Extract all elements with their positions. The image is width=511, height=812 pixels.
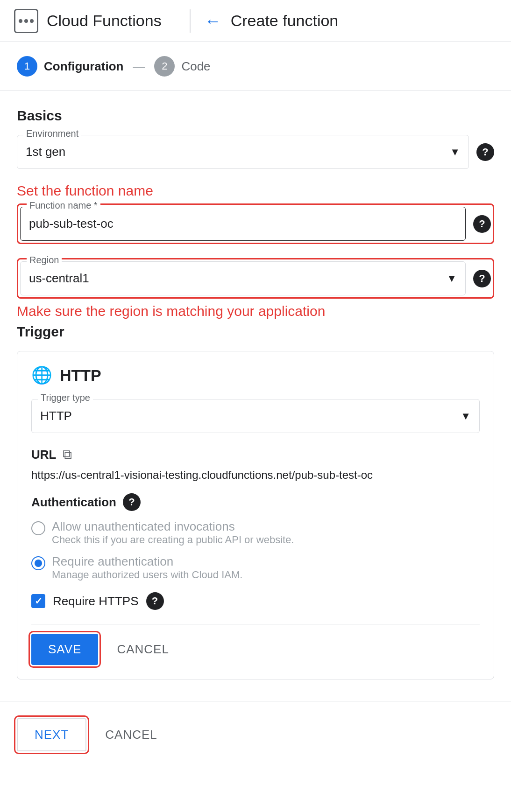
require-https-label: Require HTTPS [53,594,139,609]
step-1-label: Configuration [44,59,123,74]
environment-value: 1st gen [26,145,65,159]
region-select[interactable]: us-central1 ▼ [20,261,466,295]
trigger-type-value: HTTP [40,409,72,423]
radio-option-authenticated[interactable]: Require authentication Manage authorized… [31,554,480,581]
annotation-function-name: Set the function name [17,183,494,199]
basics-section-title: Basics [17,108,494,124]
require-https-checkbox[interactable]: ✓ [31,594,45,608]
region-dropdown-icon: ▼ [447,273,457,285]
page-title: Create function [231,12,339,30]
cancel-bottom-button[interactable]: CANCEL [96,719,166,750]
url-section: URL ⧉ https://us-central1-visionai-testi… [31,447,480,482]
region-row: Region us-central1 ▼ ? [20,261,491,295]
environment-select[interactable]: Environment 1st gen ▼ [17,135,469,169]
function-name-row: Function name * ? [20,207,491,241]
environment-help-icon[interactable]: ? [476,143,494,161]
step-2-circle: 2 [154,56,175,77]
back-button[interactable]: ← Create function [205,11,339,31]
stepper: 1 Configuration — 2 Code [0,42,511,91]
auth-help-icon[interactable]: ? [123,493,141,511]
header-logo: Cloud Functions [14,9,176,33]
main-content: Basics Environment 1st gen ▼ ? Set the f… [0,91,511,696]
trigger-type-label: Trigger type [38,392,93,403]
radio-inner-authenticated [35,560,42,567]
trigger-type-dropdown-icon: ▼ [461,410,471,422]
region-label: Region [27,255,62,266]
step-2[interactable]: 2 Code [154,56,210,77]
http-globe-icon: 🌐 [31,365,52,385]
radio-sub-unauthenticated: Check this if you are creating a public … [52,534,294,546]
trigger-buttons: SAVE CANCEL [31,624,480,665]
region-select-container: Region us-central1 ▼ [20,261,466,295]
environment-dropdown-icon: ▼ [450,146,460,158]
region-help-icon[interactable]: ? [473,270,491,287]
header-divider [190,9,191,33]
trigger-box: 🌐 HTTP Trigger type HTTP ▼ URL ⧉ https:/… [17,351,494,679]
radio-main-unauthenticated: Allow unauthenticated invocations [52,519,294,534]
step-1-circle: 1 [17,56,37,77]
cancel-trigger-button[interactable]: CANCEL [107,634,178,665]
logo-dot-2 [24,19,28,23]
logo-icon [14,9,38,33]
trigger-section-title: Trigger [17,324,494,340]
step-2-label: Code [181,59,210,74]
environment-label: Environment [23,128,81,139]
radio-sub-authenticated: Manage authorized users with Cloud IAM. [52,569,242,581]
next-button[interactable]: NEXT [17,718,86,751]
trigger-type-select[interactable]: HTTP ▼ [31,399,480,433]
function-name-label: Function name * [27,200,100,211]
radio-main-authenticated: Require authentication [52,554,242,569]
url-value: https://us-central1-visionai-testing.clo… [31,469,373,481]
function-name-help-icon[interactable]: ? [473,215,491,233]
function-name-container: Function name * [20,207,466,241]
back-arrow-icon[interactable]: ← [205,11,221,31]
environment-select-container: Environment 1st gen ▼ [17,135,469,169]
authentication-section: Authentication ? Allow unauthenticated i… [31,493,480,581]
trigger-type-field: Trigger type HTTP ▼ [31,399,480,433]
annotation-region: Make sure the region is matching your ap… [17,303,494,319]
environment-field: Environment 1st gen ▼ ? [17,135,494,169]
checkbox-check-icon: ✓ [35,595,43,607]
radio-text-authenticated: Require authentication Manage authorized… [52,554,242,581]
logo-dot-3 [30,19,34,23]
radio-circle-authenticated [31,556,45,570]
step-1[interactable]: 1 Configuration [17,56,123,77]
trigger-title: HTTP [60,366,101,385]
logo-dot-1 [19,19,22,23]
save-button[interactable]: SAVE [31,634,98,665]
region-value: us-central1 [29,271,89,286]
radio-text-unauthenticated: Allow unauthenticated invocations Check … [52,519,294,546]
step-separator: — [133,59,145,74]
url-label: URL [31,448,56,462]
copy-icon[interactable]: ⧉ [63,447,72,462]
trigger-header: 🌐 HTTP [31,365,480,385]
environment-row: Environment 1st gen ▼ ? [17,135,494,169]
region-highlighted-wrapper: Region us-central1 ▼ ? [17,258,494,299]
require-https-row[interactable]: ✓ Require HTTPS ? [31,592,480,610]
auth-header: Authentication ? [31,493,480,511]
url-header: URL ⧉ [31,447,480,462]
radio-circle-unauthenticated [31,521,45,535]
function-name-highlighted-wrapper: Function name * ? [17,203,494,244]
auth-label: Authentication [31,495,116,510]
radio-option-unauthenticated[interactable]: Allow unauthenticated invocations Check … [31,519,480,546]
service-name: Cloud Functions [47,12,162,30]
bottom-buttons: NEXT CANCEL [0,701,511,768]
header: Cloud Functions ← Create function [0,0,511,42]
function-name-input[interactable] [20,207,466,241]
logo-dots [19,19,34,23]
require-https-help-icon[interactable]: ? [146,592,164,610]
